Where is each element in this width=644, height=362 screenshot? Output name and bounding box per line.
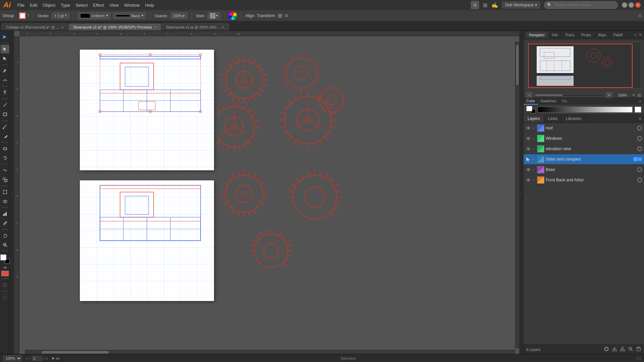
layer-expand-elevation[interactable]: › — [531, 146, 536, 151]
layer-item-elevation[interactable]: › elevation view — [524, 144, 644, 154]
layer-target-elevation[interactable] — [637, 146, 642, 151]
zoom-out-btn[interactable]: − — [526, 92, 532, 98]
stroke-down-arrow[interactable]: ▼ — [64, 14, 67, 17]
artboard-tool[interactable]: ⬚ — [1, 293, 9, 302]
align-distribute-icon[interactable]: ⊞ — [278, 12, 282, 19]
free-transform-tool[interactable] — [1, 188, 9, 196]
distribute-icon[interactable]: ≡ — [285, 13, 288, 19]
stroke-type-dropdown[interactable]: Basic ▾ — [113, 12, 146, 19]
navigator-close-btn[interactable]: ✕ — [639, 33, 642, 37]
eraser-tool[interactable] — [1, 144, 9, 153]
status-zoom[interactable]: 100% 50% 200% — [3, 355, 22, 361]
make-layer-comp-btn[interactable] — [604, 346, 609, 353]
tab-props[interactable]: Props — [578, 32, 595, 38]
search-input[interactable] — [554, 3, 608, 7]
line-tool[interactable] — [1, 101, 9, 109]
tab-layers[interactable]: Layers — [524, 115, 544, 123]
zoom-tool[interactable] — [1, 241, 9, 249]
scrollbar-thumb-h[interactable] — [42, 351, 109, 354]
layer-item-frontback[interactable]: › Front Back and Arbor — [524, 175, 644, 185]
maximize-button[interactable]: □ — [629, 2, 634, 8]
layer-expand-windows[interactable]: › — [531, 136, 536, 141]
tab-pathfi[interactable]: Pathfi — [610, 32, 626, 38]
swatches-tab[interactable]: Swatches — [538, 98, 559, 105]
zoom-in-btn[interactable]: + — [606, 92, 612, 98]
play-button[interactable]: ▶ — [1, 32, 9, 41]
color-panel-options[interactable]: ≡ — [636, 98, 644, 105]
add-layer-btn[interactable] — [620, 346, 625, 353]
tab-steampunk-v1-close[interactable]: ✕ — [222, 25, 224, 29]
nav-next-btn[interactable]: › — [43, 356, 45, 360]
colorguide-tab[interactable]: Co... — [559, 98, 572, 105]
horizontal-scrollbar[interactable] — [25, 350, 515, 354]
color-tab[interactable]: Color — [524, 98, 538, 105]
menu-help[interactable]: Help — [145, 3, 154, 8]
scrollbar-thumb-v[interactable] — [516, 45, 519, 85]
tab-cottage[interactable]: Cottage v1 [Recovered].ai* @ ... ✕ — [2, 23, 68, 31]
vertical-scrollbar[interactable] — [515, 42, 519, 349]
tab-links[interactable]: Links — [544, 115, 562, 123]
foreground-color[interactable] — [0, 254, 6, 260]
tab-trans[interactable]: Trans — [561, 32, 578, 38]
artboard-2[interactable] — [80, 180, 214, 301]
fill-question[interactable]: ? — [27, 14, 29, 17]
style-dropdown-arrow[interactable]: ▾ — [216, 13, 218, 18]
layer-vis-sides[interactable] — [526, 157, 531, 162]
menu-view[interactable]: View — [109, 3, 119, 8]
panel-options-icon[interactable]: ≡ — [638, 13, 641, 19]
rotate-tool[interactable] — [1, 154, 9, 162]
direct-selection-tool[interactable] — [1, 54, 9, 63]
layer-vis-elevation[interactable] — [526, 146, 531, 152]
selection-tool[interactable] — [1, 45, 9, 53]
stroke-up-arrow[interactable]: ▲ — [54, 14, 57, 17]
layer-item-roof[interactable]: › roof — [524, 123, 644, 133]
layer-expand-sides[interactable]: › — [531, 157, 536, 162]
layer-target-sides[interactable] — [633, 157, 638, 162]
menu-edit[interactable]: Edit — [30, 3, 37, 8]
layer-target-frontback[interactable] — [637, 178, 642, 182]
play-status-btn[interactable]: ▶ — [52, 356, 55, 360]
delete-layer-btn[interactable] — [636, 346, 641, 353]
artboard-1[interactable] — [80, 50, 214, 170]
layer-expand-roof[interactable]: › — [531, 126, 536, 130]
hand-tool[interactable] — [1, 231, 9, 240]
menu-effect[interactable]: Effect — [93, 3, 104, 8]
layer-vis-windows[interactable] — [526, 136, 531, 141]
layer-vis-roof[interactable] — [526, 125, 531, 131]
paintbrush-tool[interactable] — [1, 122, 9, 131]
tab-libraries[interactable]: Libraries — [562, 115, 586, 123]
fill-indicator[interactable]: ? — [19, 12, 29, 19]
tab-steampunk-v2-close[interactable]: ✕ — [154, 25, 157, 29]
layer-item-sides[interactable]: › Sides and canopies — [524, 154, 644, 165]
tab-steampunk-v2[interactable]: Steampunk v2.ai* @ 100% (RGB/GPU Preview… — [69, 23, 161, 31]
minimize-button[interactable]: ─ — [622, 2, 627, 8]
zoom-select[interactable]: 100% 50% 200% — [3, 355, 22, 361]
scale-tool[interactable] — [1, 175, 9, 184]
collect-in-new-layer-btn[interactable] — [612, 346, 617, 353]
tab-steampunk-v1[interactable]: Steampunk v1.ai @ 200% (RG... ✕ — [162, 23, 229, 31]
layer-target-base[interactable] — [637, 167, 642, 172]
search-box[interactable]: 🔍 — [544, 1, 618, 9]
tab-align[interactable]: Align — [595, 32, 610, 38]
grid-icon[interactable]: ⊞ — [483, 2, 487, 8]
status-toggle-arrows[interactable]: ⟨ ⟩ — [637, 356, 641, 360]
zoom-slider[interactable] — [535, 94, 603, 96]
color-swatches[interactable] — [0, 254, 10, 264]
canvas-content[interactable] — [19, 36, 519, 354]
navigator-collapse-btn[interactable]: « — [634, 33, 637, 37]
tab-cottage-close[interactable]: ✕ — [61, 25, 64, 29]
search-layer-btn[interactable] — [628, 346, 633, 353]
zoom-dropdown-icon[interactable]: ▾ — [633, 93, 635, 98]
type-tool[interactable]: T — [1, 88, 9, 97]
opacity-arrow[interactable]: ▸ — [183, 13, 185, 18]
layer-expand-base[interactable]: › — [531, 167, 536, 172]
swap-colors-icon[interactable]: ⇄ — [4, 266, 6, 269]
close-button[interactable]: ✕ — [635, 2, 641, 8]
tab-info[interactable]: Info — [548, 32, 561, 38]
brush-icon[interactable]: ✍ — [491, 2, 498, 8]
layer-vis-frontback[interactable] — [526, 177, 531, 183]
eyedropper-tool[interactable] — [1, 219, 9, 228]
graph-tool[interactable] — [1, 209, 9, 218]
style-box[interactable]: ▾ — [208, 12, 220, 19]
layer-item-windows[interactable]: › Windows — [524, 133, 644, 144]
